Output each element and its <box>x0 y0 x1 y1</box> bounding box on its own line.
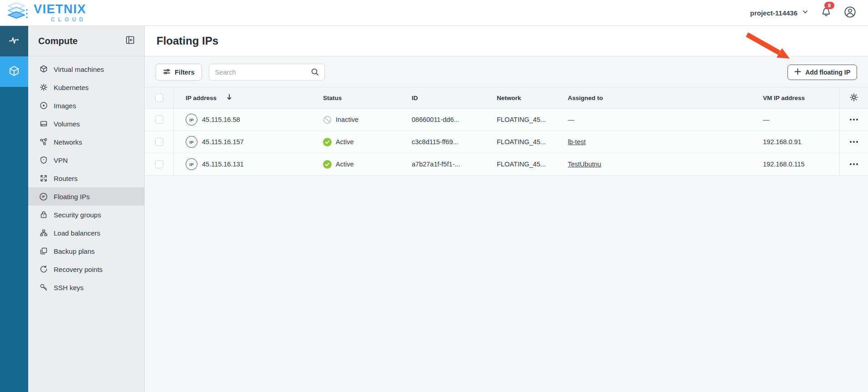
sidebar-item-ssh-keys[interactable]: SSH keys <box>28 278 144 297</box>
col-network[interactable]: Network <box>490 95 560 101</box>
add-floating-ip-button[interactable]: Add floating IP <box>787 65 857 80</box>
status-active-icon <box>323 160 332 169</box>
sidebar-item-label: Floating IPs <box>54 193 90 201</box>
sidebar-item-backup-plans[interactable]: Backup plans <box>28 242 144 260</box>
cube-icon <box>39 65 48 74</box>
sidebar-item-label: SSH keys <box>54 284 84 291</box>
cell-vm-ip: 192.168.0.115 <box>756 161 839 168</box>
sidebar-item-label: Virtual machines <box>54 65 104 73</box>
plus-icon <box>794 68 801 76</box>
cell-ip-address: 45.115.16.157 <box>202 138 244 146</box>
collapse-sidebar-icon[interactable] <box>125 35 135 47</box>
rail-compute-button[interactable] <box>0 56 28 87</box>
cell-id: a7b27a1f-f5f1-... <box>404 161 490 168</box>
brand-subtitle: CLOUD <box>51 17 86 22</box>
topbar: VIETNIX CLOUD project-114436 8 <box>0 0 868 26</box>
backup-icon <box>39 247 48 256</box>
sidebar-item-security-groups[interactable]: Security groups <box>28 206 144 224</box>
sidebar-item-label: Volumes <box>54 120 80 128</box>
cell-network: FLOATING_45... <box>490 138 560 146</box>
cell-network: FLOATING_45... <box>490 116 560 123</box>
vietnix-logo[interactable]: VIETNIX CLOUD <box>6 2 86 24</box>
brand-name: VIETNIX <box>34 3 86 15</box>
kebab-menu-icon <box>847 138 861 146</box>
images-icon <box>39 101 48 110</box>
cell-network: FLOATING_45... <box>490 161 560 168</box>
sidebar-nav: Virtual machines Kubernetes Images Volum… <box>28 56 144 297</box>
sidebar-item-load-balancers[interactable]: Load balancers <box>28 224 144 242</box>
gear-icon <box>849 93 858 103</box>
load-balancer-icon <box>39 229 48 237</box>
logo-stack-icon <box>6 2 30 24</box>
sidebar-item-label: Images <box>54 102 76 110</box>
sidebar-item-recovery-points[interactable]: Recovery points <box>28 260 144 278</box>
table-header-row: IP address Status ID Network Assigned to… <box>145 87 868 109</box>
row-checkbox[interactable] <box>155 160 163 168</box>
sidebar-item-kubernetes[interactable]: Kubernetes <box>28 78 144 96</box>
sidebar: Compute Virtual machines Ku <box>28 26 145 392</box>
col-ip-address[interactable]: IP address <box>186 95 217 101</box>
sidebar-item-floating-ips[interactable]: IP Floating IPs <box>28 187 144 206</box>
cube-icon <box>8 65 20 79</box>
rail-activity-button[interactable] <box>0 26 28 56</box>
status-label: Active <box>336 161 354 168</box>
sort-descending-icon[interactable] <box>226 94 232 102</box>
filters-icon <box>163 68 171 77</box>
sidebar-item-label: Load balancers <box>54 229 101 237</box>
networks-icon <box>39 138 48 146</box>
row-actions-button[interactable] <box>839 131 868 153</box>
page-title: Floating IPs <box>156 35 218 47</box>
sidebar-item-networks[interactable]: Networks <box>28 133 144 151</box>
key-icon <box>39 283 48 292</box>
filters-button[interactable]: Filters <box>156 64 202 80</box>
sidebar-item-routers[interactable]: Routers <box>28 169 144 187</box>
shield-icon <box>39 156 48 165</box>
notifications-button[interactable]: 8 <box>820 6 832 20</box>
project-switcher[interactable]: project-114436 <box>750 9 808 17</box>
assigned-to-link[interactable]: lb-test <box>568 138 586 146</box>
sidebar-title: Compute <box>38 36 78 46</box>
chevron-down-icon <box>802 9 808 17</box>
app-rail <box>0 26 28 392</box>
status-label: Inactive <box>336 116 358 123</box>
ip-badge-icon: IP <box>186 136 197 148</box>
table-row[interactable]: IP 45.115.16.157 Active c3c8d115-ff69...… <box>145 131 868 153</box>
sidebar-item-virtual-machines[interactable]: Virtual machines <box>28 60 144 78</box>
sidebar-item-label: Networks <box>54 138 82 146</box>
filters-label: Filters <box>175 69 195 76</box>
row-checkbox[interactable] <box>155 138 163 146</box>
status-label: Active <box>336 138 354 146</box>
volumes-icon <box>39 120 48 128</box>
account-button[interactable] <box>844 6 856 20</box>
table-row[interactable]: IP 45.115.16.131 Active a7b27a1f-f5f1-..… <box>145 153 868 176</box>
table-row[interactable]: IP 45.115.16.58 Inactive 08660011-dd6...… <box>145 109 868 131</box>
sidebar-item-label: Routers <box>54 175 78 182</box>
col-vm-ip-address[interactable]: VM IP address <box>756 95 839 101</box>
lock-icon <box>39 211 48 219</box>
select-all-checkbox[interactable] <box>155 94 163 102</box>
status-active-icon <box>323 138 332 146</box>
ip-badge-icon: IP <box>186 114 197 126</box>
sidebar-item-images[interactable]: Images <box>28 96 144 115</box>
col-status[interactable]: Status <box>316 95 404 101</box>
cell-ip-address: 45.115.16.131 <box>202 161 244 168</box>
table-settings-button[interactable] <box>839 87 868 108</box>
sidebar-item-vpn[interactable]: VPN <box>28 151 144 169</box>
assigned-to-link[interactable]: TestUbutnu <box>568 161 601 168</box>
cell-id: c3c8d115-ff69... <box>404 138 490 146</box>
floating-ip-icon: IP <box>39 192 48 201</box>
add-floating-ip-label: Add floating IP <box>805 69 850 76</box>
search-input[interactable] <box>209 64 325 80</box>
activity-icon <box>8 35 20 48</box>
sidebar-item-label: Backup plans <box>54 247 95 255</box>
svg-text:IP: IP <box>42 195 45 199</box>
sidebar-item-volumes[interactable]: Volumes <box>28 115 144 133</box>
row-checkbox[interactable] <box>155 116 163 124</box>
row-actions-button[interactable] <box>839 109 868 131</box>
floating-ips-table: IP address Status ID Network Assigned to… <box>145 87 868 176</box>
main-content: Floating IPs Filters <box>145 26 868 392</box>
col-assigned-to[interactable]: Assigned to <box>560 95 756 101</box>
col-id[interactable]: ID <box>404 95 490 101</box>
cell-vm-ip: — <box>763 116 770 123</box>
row-actions-button[interactable] <box>839 153 868 175</box>
